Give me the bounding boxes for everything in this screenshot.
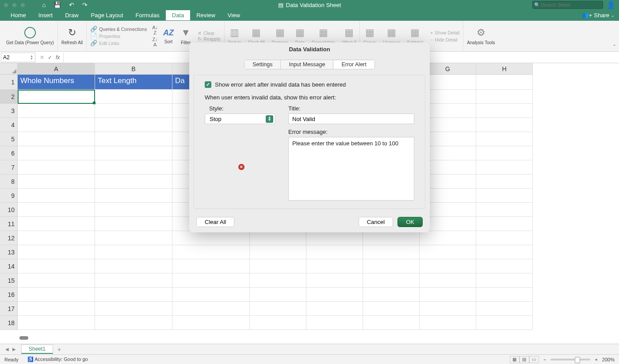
- row-header-14[interactable]: 14: [0, 259, 18, 273]
- ok-button[interactable]: OK: [397, 217, 423, 227]
- cell-H8[interactable]: [476, 174, 533, 189]
- get-data-button[interactable]: Get Data (Power Query): [3, 21, 58, 51]
- sort-desc-icon[interactable]: Z↓A: [152, 37, 157, 47]
- cell-H3[interactable]: [476, 104, 533, 118]
- cell-A2[interactable]: [18, 90, 95, 104]
- style-select[interactable]: Stop ▲▼: [205, 114, 275, 124]
- cell-H16[interactable]: [476, 288, 533, 302]
- sort-button[interactable]: AZ Sort: [160, 21, 177, 51]
- cell-A13[interactable]: [18, 245, 95, 259]
- row-header-8[interactable]: 8: [0, 174, 18, 189]
- cell-G13[interactable]: [420, 245, 476, 259]
- col-header-B[interactable]: B: [95, 63, 172, 75]
- dialog-tab-input-message[interactable]: Input Message: [281, 60, 333, 69]
- tab-draw[interactable]: Draw: [59, 10, 84, 20]
- cell-G12[interactable]: [420, 231, 476, 245]
- cell-G16[interactable]: [420, 288, 476, 302]
- row-header-11[interactable]: 11: [0, 217, 18, 231]
- cell-A18[interactable]: [18, 316, 95, 330]
- save-icon[interactable]: 💾: [53, 1, 61, 8]
- cell-F15[interactable]: [363, 273, 420, 288]
- cell-H10[interactable]: [476, 203, 533, 217]
- cancel-formula-icon[interactable]: ✕: [40, 54, 44, 61]
- cell-F13[interactable]: [363, 245, 420, 259]
- cell-B11[interactable]: [95, 217, 172, 231]
- cell-H18[interactable]: [476, 316, 533, 330]
- cancel-button[interactable]: Cancel: [359, 217, 393, 227]
- cell-B6[interactable]: [95, 146, 172, 160]
- cell-E12[interactable]: [306, 231, 363, 245]
- row-header-17[interactable]: 17: [0, 302, 18, 316]
- redo-icon[interactable]: ↷: [82, 1, 88, 8]
- cell-D17[interactable]: [250, 302, 306, 316]
- row-header-5[interactable]: 5: [0, 132, 18, 146]
- dialog-tab-settings[interactable]: Settings: [245, 60, 281, 69]
- cell-B12[interactable]: [95, 231, 172, 245]
- cell-H11[interactable]: [476, 217, 533, 231]
- sheet-tab-sheet1[interactable]: Sheet1: [21, 345, 53, 354]
- accessibility-status[interactable]: ♿ Accessibility: Good to go: [27, 356, 88, 362]
- zoom-window-icon[interactable]: [20, 3, 25, 8]
- cell-B5[interactable]: [95, 132, 172, 146]
- cell-B3[interactable]: [95, 104, 172, 118]
- row-header-13[interactable]: 13: [0, 245, 18, 259]
- cell-D12[interactable]: [250, 231, 306, 245]
- title-input[interactable]: [288, 114, 414, 124]
- cell-C12[interactable]: [172, 231, 250, 245]
- hscroll-thumb[interactable]: [19, 336, 28, 340]
- tab-data[interactable]: Data: [166, 10, 190, 20]
- analysis-tools-button[interactable]: ⚙Analysis Tools: [463, 21, 498, 51]
- col-header-A[interactable]: A: [18, 63, 95, 75]
- cell-H9[interactable]: [476, 189, 533, 203]
- cell-A17[interactable]: [18, 302, 95, 316]
- cell-H12[interactable]: [476, 231, 533, 245]
- minimize-window-icon[interactable]: [12, 3, 17, 8]
- show-error-checkbox[interactable]: ✓: [205, 81, 211, 88]
- collapse-ribbon-icon[interactable]: ⌃: [612, 44, 616, 49]
- row-header-12[interactable]: 12: [0, 231, 18, 245]
- tab-page-layout[interactable]: Page Layout: [85, 10, 130, 20]
- user-icon[interactable]: 👤: [607, 1, 615, 9]
- cell-F16[interactable]: [363, 288, 420, 302]
- cell-H13[interactable]: [476, 245, 533, 259]
- cell-C18[interactable]: [172, 316, 250, 330]
- cell-C16[interactable]: [172, 288, 250, 302]
- cell-A3[interactable]: [18, 104, 95, 118]
- row-header-7[interactable]: 7: [0, 160, 18, 174]
- cell-E16[interactable]: [306, 288, 363, 302]
- cell-B8[interactable]: [95, 174, 172, 189]
- cell-A7[interactable]: [18, 160, 95, 174]
- cell-A12[interactable]: [18, 231, 95, 245]
- cell-B2[interactable]: [95, 90, 172, 104]
- error-message-textarea[interactable]: Please enter the value between 10 to 100: [288, 137, 414, 201]
- search-sheet-input[interactable]: [532, 1, 603, 9]
- cell-F18[interactable]: [363, 316, 420, 330]
- share-button[interactable]: 👥+ Share ⌄: [582, 12, 615, 19]
- cell-C17[interactable]: [172, 302, 250, 316]
- cell-A16[interactable]: [18, 288, 95, 302]
- row-header-1[interactable]: 1: [0, 75, 18, 90]
- row-header-18[interactable]: 18: [0, 316, 18, 330]
- zoom-slider[interactable]: [550, 359, 590, 360]
- cell-A4[interactable]: [18, 118, 95, 132]
- clear-all-button[interactable]: Clear All: [196, 217, 234, 227]
- undo-icon[interactable]: ↶: [69, 1, 74, 8]
- cell-D15[interactable]: [250, 273, 306, 288]
- cell-G14[interactable]: [420, 259, 476, 273]
- cell-E15[interactable]: [306, 273, 363, 288]
- cell-H2[interactable]: [476, 90, 533, 104]
- normal-view-button[interactable]: ▦: [510, 356, 520, 363]
- cell-H5[interactable]: [476, 132, 533, 146]
- cell-A5[interactable]: [18, 132, 95, 146]
- row-header-16[interactable]: 16: [0, 288, 18, 302]
- cell-G18[interactable]: [420, 316, 476, 330]
- cell-D13[interactable]: [250, 245, 306, 259]
- cell-F14[interactable]: [363, 259, 420, 273]
- cell-E14[interactable]: [306, 259, 363, 273]
- tab-review[interactable]: Review: [190, 10, 222, 20]
- row-header-15[interactable]: 15: [0, 273, 18, 288]
- cell-E17[interactable]: [306, 302, 363, 316]
- cell-H4[interactable]: [476, 118, 533, 132]
- zoom-in-button[interactable]: +: [595, 357, 597, 362]
- cell-D18[interactable]: [250, 316, 306, 330]
